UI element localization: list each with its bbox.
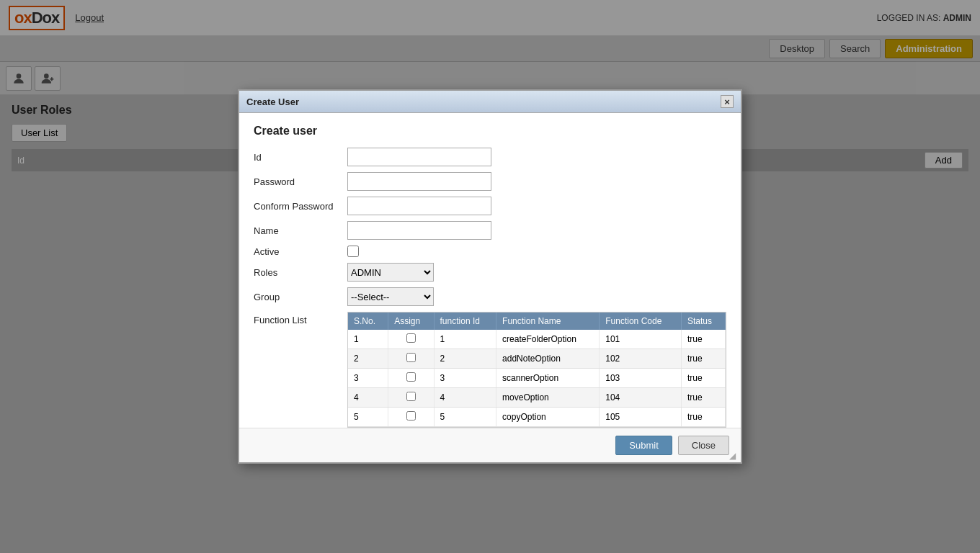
- modal-title: Create User: [246, 96, 299, 107]
- roles-select[interactable]: ADMIN USER GUEST: [347, 263, 434, 282]
- cell-function-id: 4: [434, 388, 496, 408]
- password-input[interactable]: [347, 172, 491, 191]
- col-assign: Assign: [388, 313, 434, 330]
- function-table-body: 1 1 createFolderOption 101 true 2 2 addN…: [348, 330, 726, 427]
- modal-footer: Submit Close: [239, 428, 741, 462]
- function-table-head: S.No. Assign function Id Function Name F…: [348, 313, 726, 330]
- cell-status: true: [681, 330, 725, 349]
- modal-overlay: Create User × Create user Id Password Co…: [0, 0, 980, 553]
- group-row: Group --Select--: [254, 287, 726, 306]
- assign-checkbox[interactable]: [406, 333, 416, 343]
- name-input[interactable]: [347, 221, 491, 240]
- cell-sno: 5: [348, 408, 388, 427]
- table-row: 2 2 addNoteOption 102 true: [348, 349, 726, 369]
- resize-handle[interactable]: ◢: [729, 451, 738, 459]
- create-user-modal: Create User × Create user Id Password Co…: [238, 89, 742, 464]
- cell-assign[interactable]: [388, 369, 434, 388]
- id-label: Id: [254, 152, 347, 163]
- table-row: 4 4 moveOption 104 true: [348, 388, 726, 408]
- cell-assign[interactable]: [388, 408, 434, 427]
- active-label: Active: [254, 246, 347, 257]
- cell-assign[interactable]: [388, 330, 434, 349]
- table-row: 5 5 copyOption 105 true: [348, 408, 726, 427]
- cell-status: true: [681, 349, 725, 369]
- group-label: Group: [254, 292, 347, 302]
- confirm-password-label: Conform Password: [254, 201, 347, 212]
- cell-sno: 1: [348, 330, 388, 349]
- cell-assign[interactable]: [388, 349, 434, 369]
- confirm-password-input[interactable]: [347, 197, 491, 215]
- close-button[interactable]: Close: [678, 436, 729, 455]
- cell-function-code: 104: [600, 388, 682, 408]
- assign-checkbox[interactable]: [406, 392, 416, 401]
- active-row: Active: [254, 246, 726, 257]
- col-status: Status: [681, 313, 725, 330]
- col-function-name: Function Name: [496, 313, 600, 330]
- cell-function-name: copyOption: [496, 408, 600, 427]
- submit-button[interactable]: Submit: [615, 436, 672, 455]
- modal-body: Create user Id Password Conform Password…: [239, 113, 741, 428]
- cell-sno: 3: [348, 369, 388, 388]
- assign-checkbox[interactable]: [406, 353, 416, 362]
- assign-checkbox[interactable]: [406, 372, 416, 382]
- cell-sno: 4: [348, 388, 388, 408]
- cell-status: true: [681, 408, 725, 427]
- password-row: Password: [254, 172, 726, 191]
- roles-label: Roles: [254, 267, 347, 278]
- name-row: Name: [254, 221, 726, 240]
- cell-function-code: 101: [600, 330, 682, 349]
- function-table: S.No. Assign function Id Function Name F…: [348, 313, 726, 427]
- cell-status: true: [681, 388, 725, 408]
- function-list-label: Function List: [254, 312, 347, 325]
- function-table-wrap: S.No. Assign function Id Function Name F…: [347, 312, 726, 428]
- modal-title-bar: Create User ×: [239, 91, 741, 113]
- table-row: 1 1 createFolderOption 101 true: [348, 330, 726, 349]
- assign-checkbox[interactable]: [406, 411, 416, 421]
- cell-function-name: scannerOption: [496, 369, 600, 388]
- roles-row: Roles ADMIN USER GUEST: [254, 263, 726, 282]
- name-label: Name: [254, 225, 347, 236]
- modal-close-button[interactable]: ×: [721, 95, 734, 108]
- cell-sno: 2: [348, 349, 388, 369]
- table-row: 3 3 scannerOption 103 true: [348, 369, 726, 388]
- cell-function-code: 103: [600, 369, 682, 388]
- cell-function-code: 105: [600, 408, 682, 427]
- cell-function-id: 2: [434, 349, 496, 369]
- confirm-password-row: Conform Password: [254, 197, 726, 215]
- cell-function-id: 1: [434, 330, 496, 349]
- col-sno: S.No.: [348, 313, 388, 330]
- cell-assign[interactable]: [388, 388, 434, 408]
- col-function-id: function Id: [434, 313, 496, 330]
- modal-heading: Create user: [254, 125, 726, 138]
- cell-status: true: [681, 369, 725, 388]
- cell-function-name: addNoteOption: [496, 349, 600, 369]
- cell-function-name: createFolderOption: [496, 330, 600, 349]
- cell-function-id: 5: [434, 408, 496, 427]
- group-select[interactable]: --Select--: [347, 287, 434, 306]
- col-function-code: Function Code: [600, 313, 682, 330]
- cell-function-name: moveOption: [496, 388, 600, 408]
- active-checkbox[interactable]: [347, 246, 359, 257]
- function-list-row: Function List S.No. Assign function Id F…: [254, 312, 726, 428]
- id-row: Id: [254, 148, 726, 166]
- cell-function-code: 102: [600, 349, 682, 369]
- cell-function-id: 3: [434, 369, 496, 388]
- password-label: Password: [254, 176, 347, 187]
- id-input[interactable]: [347, 148, 491, 166]
